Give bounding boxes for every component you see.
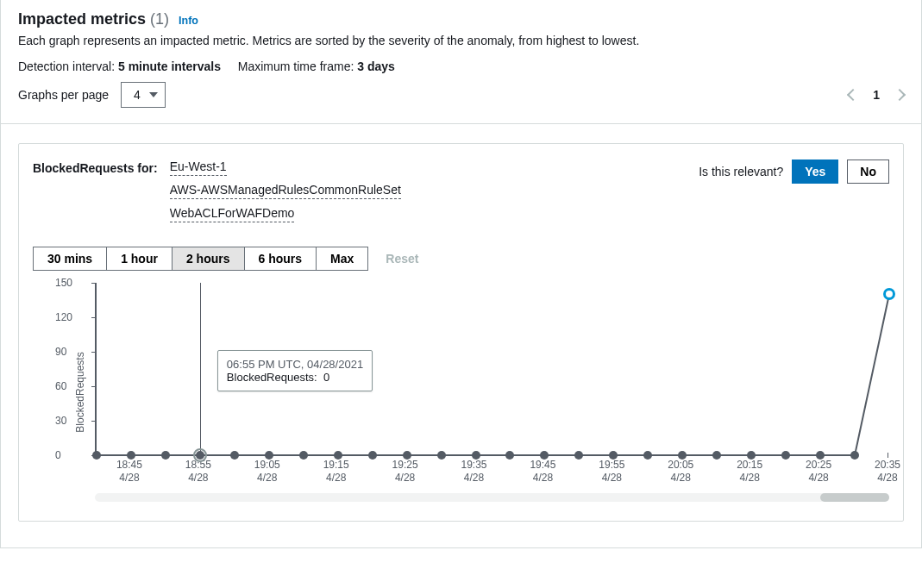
tooltip-time: 06:55 PM UTC, 04/28/2021 — [227, 358, 363, 371]
data-point[interactable] — [678, 451, 687, 460]
y-tick: 30 — [55, 415, 66, 427]
data-point[interactable] — [505, 451, 514, 460]
x-tick: 18:454/28 — [116, 459, 142, 485]
gpp-value: 4 — [134, 88, 141, 102]
relevance-label: Is this relevant? — [699, 165, 783, 178]
meta-row: Detection interval: 5 minute intervals M… — [18, 59, 904, 73]
data-point[interactable] — [127, 451, 135, 460]
y-tick: 0 — [55, 449, 61, 461]
dimension-ruleset[interactable]: AWS-AWSManagedRulesCommonRuleSet — [170, 183, 401, 199]
data-point[interactable] — [574, 451, 583, 460]
x-tick: 19:254/28 — [392, 459, 418, 485]
metric-dimensions: Eu-West-1 AWS-AWSManagedRulesCommonRuleS… — [170, 160, 401, 222]
detection-label: Detection interval: — [18, 59, 115, 73]
range-30mins[interactable]: 30 mins — [34, 247, 107, 270]
y-tick: 60 — [55, 380, 66, 392]
gpp-select[interactable]: 4 — [121, 82, 166, 108]
data-point[interactable] — [334, 451, 342, 460]
data-point[interactable] — [368, 451, 377, 460]
info-link[interactable]: Info — [179, 15, 198, 27]
data-point[interactable] — [161, 451, 170, 460]
anomaly-point[interactable] — [883, 288, 895, 300]
data-point[interactable] — [609, 451, 618, 460]
x-tick: 18:554/28 — [185, 459, 211, 485]
chart-plot[interactable]: 0306090120150 06:55 PM UTC, 04/28/2021 B… — [95, 283, 889, 455]
x-tick: 19:054/28 — [254, 459, 280, 485]
plot-wrap: BlockedRequests 0306090120150 06:55 PM U… — [33, 283, 889, 502]
time-range-row: 30 mins 1 hour 2 hours 6 hours Max Reset — [33, 247, 889, 271]
range-6hours[interactable]: 6 hours — [245, 247, 317, 270]
x-tick: 19:354/28 — [461, 459, 487, 485]
x-tick: 19:154/28 — [323, 459, 349, 485]
x-tick: 20:354/28 — [875, 459, 900, 485]
data-point[interactable] — [299, 451, 308, 460]
chart-card: BlockedRequests for: Eu-West-1 AWS-AWSMa… — [18, 143, 904, 522]
panel-title-row: Impacted metrics (1) Info — [18, 10, 904, 28]
range-max[interactable]: Max — [317, 247, 367, 270]
dimension-region[interactable]: Eu-West-1 — [170, 160, 227, 176]
dimension-webacl[interactable]: WebACLForWAFDemo — [170, 206, 295, 222]
x-tick: 19:454/28 — [530, 459, 555, 485]
gpp-label: Graphs per page — [18, 88, 109, 102]
metric-for: BlockedRequests for: Eu-West-1 AWS-AWSMa… — [33, 160, 401, 222]
range-1hour[interactable]: 1 hour — [107, 247, 172, 270]
next-page-icon[interactable] — [894, 89, 906, 101]
data-point[interactable] — [265, 451, 273, 460]
chart-scrollbar-thumb[interactable] — [820, 493, 889, 502]
relevance-yes-button[interactable]: Yes — [792, 160, 838, 184]
data-point[interactable] — [816, 451, 825, 460]
panel-title-count: (1) — [150, 10, 169, 28]
tooltip-metric-label: BlockedRequests: — [227, 371, 317, 384]
detection-value: 5 minute intervals — [118, 59, 221, 73]
panel-title-text: Impacted metrics — [18, 10, 146, 28]
chart-scrollbar[interactable] — [95, 493, 889, 502]
timeframe-value: 3 days — [357, 59, 395, 73]
x-tick: 20:154/28 — [737, 459, 762, 485]
panel-title: Impacted metrics (1) — [18, 10, 173, 28]
impacted-metrics-panel: Impacted metrics (1) Info Each graph rep… — [0, 0, 922, 548]
time-range-segmented: 30 mins 1 hour 2 hours 6 hours Max — [33, 247, 368, 271]
data-point[interactable] — [230, 451, 239, 460]
graphs-per-page: Graphs per page 4 — [18, 82, 166, 108]
data-point[interactable] — [781, 451, 790, 460]
metric-for-label: BlockedRequests for: — [33, 160, 158, 175]
cursor-line — [200, 283, 201, 455]
reset-button[interactable]: Reset — [386, 252, 418, 266]
tooltip-metric-value: 0 — [323, 371, 329, 384]
data-point[interactable] — [712, 451, 721, 460]
page-number: 1 — [873, 88, 880, 102]
chart-top: BlockedRequests for: Eu-West-1 AWS-AWSMa… — [33, 160, 889, 222]
y-tick: 150 — [55, 277, 72, 289]
data-point[interactable] — [403, 451, 411, 460]
data-point[interactable] — [196, 451, 204, 460]
chart-tooltip: 06:55 PM UTC, 04/28/2021 BlockedRequests… — [217, 350, 373, 391]
x-axis: 18:454/2818:554/2819:054/2819:154/2819:2… — [95, 455, 889, 488]
pager: 1 — [849, 88, 904, 102]
x-tick: 19:554/28 — [599, 459, 624, 485]
data-point[interactable] — [747, 451, 756, 460]
controls-row: Graphs per page 4 1 — [18, 82, 904, 108]
relevance-no-button[interactable]: No — [847, 160, 889, 184]
y-axis-label: BlockedRequests — [74, 352, 86, 432]
data-point[interactable] — [472, 451, 480, 460]
y-grid: 0306090120150 — [97, 283, 889, 455]
data-point[interactable] — [643, 451, 652, 460]
data-point[interactable] — [437, 451, 446, 460]
range-2hours[interactable]: 2 hours — [172, 247, 245, 270]
data-point[interactable] — [92, 451, 101, 460]
x-tick: 20:254/28 — [806, 459, 831, 485]
data-point[interactable] — [540, 451, 549, 460]
data-point[interactable] — [850, 451, 859, 460]
relevance-prompt: Is this relevant? Yes No — [699, 160, 889, 184]
x-tick: 20:054/28 — [668, 459, 693, 485]
panel-subtitle: Each graph represents an impacted metric… — [18, 34, 904, 47]
y-tick: 90 — [55, 346, 66, 358]
panel-header: Impacted metrics (1) Info Each graph rep… — [1, 0, 921, 124]
prev-page-icon[interactable] — [847, 89, 859, 101]
y-tick: 120 — [55, 311, 72, 323]
timeframe-label: Maximum time frame: — [238, 59, 354, 73]
